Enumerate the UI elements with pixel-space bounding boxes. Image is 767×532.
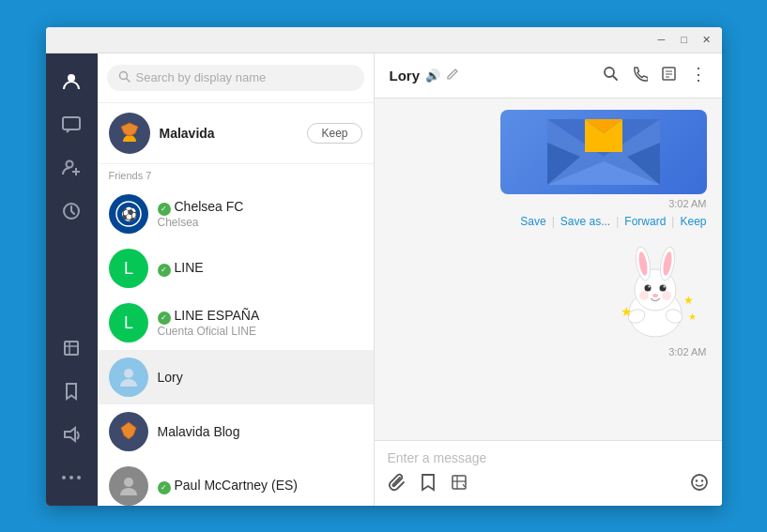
nav-more[interactable] bbox=[53, 459, 90, 496]
svg-point-12 bbox=[77, 476, 81, 479]
sticker-time: 3:02 AM bbox=[668, 346, 706, 357]
verified-badge: ✓ bbox=[158, 312, 171, 325]
list-item[interactable]: ⚽ ✓Chelsea FC Chelsea bbox=[98, 187, 374, 241]
sticker-message: ★ ★ ★ 3:02 AM bbox=[390, 243, 707, 357]
attach-icon[interactable] bbox=[388, 473, 407, 496]
chat-header: Lory 🔊 bbox=[375, 53, 722, 99]
nav-history[interactable] bbox=[53, 192, 90, 230]
svg-text:⚽: ⚽ bbox=[120, 206, 137, 222]
avatar bbox=[109, 412, 148, 451]
friends-panel: Malavida Keep Friends 7 ⚽ bbox=[98, 53, 375, 506]
avatar: L bbox=[109, 303, 148, 342]
friend-sub: Chelsea bbox=[158, 216, 362, 229]
message-time: 3:02 AM bbox=[668, 198, 706, 209]
chat-note-icon[interactable] bbox=[661, 66, 677, 85]
speaker-icon: 🔊 bbox=[425, 68, 440, 83]
svg-rect-60 bbox=[453, 476, 466, 489]
envelope-message bbox=[500, 110, 707, 194]
chat-more-icon[interactable]: ⋮ bbox=[690, 66, 707, 85]
nav-bookmark[interactable] bbox=[53, 372, 90, 410]
action-forward[interactable]: Forward bbox=[624, 215, 666, 228]
nav-crop[interactable] bbox=[53, 329, 90, 367]
featured-item: Malavida Keep bbox=[98, 103, 374, 164]
action-keep[interactable]: Keep bbox=[680, 215, 706, 228]
list-item[interactable]: Lory bbox=[98, 350, 374, 404]
friend-info: ✓Chelsea FC Chelsea bbox=[158, 199, 362, 229]
minimize-button[interactable]: ─ bbox=[654, 32, 669, 47]
maximize-button[interactable]: □ bbox=[677, 32, 692, 47]
sticker-image: ★ ★ ★ bbox=[604, 243, 707, 346]
friend-name: Lory bbox=[158, 370, 362, 385]
friend-info: ✓LINE ESPAÑA Cuenta Oficial LINE bbox=[158, 308, 362, 338]
friend-info: Malavida Blog bbox=[158, 424, 362, 439]
action-save-as[interactable]: Save as... bbox=[560, 215, 610, 228]
nav-chat[interactable] bbox=[53, 106, 90, 144]
svg-text:L: L bbox=[123, 259, 132, 278]
featured-name: Malavida bbox=[160, 126, 299, 141]
bookmark-icon[interactable] bbox=[420, 473, 437, 496]
crop-toolbar-icon[interactable] bbox=[450, 473, 468, 496]
list-item[interactable]: ✓Paul McCartney (ES) bbox=[98, 459, 374, 506]
svg-point-27 bbox=[124, 478, 133, 487]
edit-icon bbox=[446, 68, 459, 84]
avatar bbox=[109, 466, 148, 506]
verified-badge: ✓ bbox=[158, 481, 171, 494]
chat-input-row bbox=[388, 450, 709, 465]
avatar: L bbox=[109, 249, 148, 288]
chat-title: Lory 🔊 bbox=[390, 68, 595, 84]
friend-info: ✓LINE bbox=[158, 260, 362, 277]
search-input[interactable] bbox=[136, 70, 353, 84]
svg-text:★: ★ bbox=[683, 294, 694, 307]
sidebar-nav bbox=[46, 53, 98, 506]
message-actions: Save | Save as... | Forward | Keep bbox=[520, 215, 706, 228]
friend-sub: Cuenta Oficial LINE bbox=[158, 325, 362, 338]
svg-point-65 bbox=[700, 479, 702, 481]
chat-input-area bbox=[375, 440, 722, 506]
friend-info: Lory bbox=[158, 370, 362, 385]
avatar bbox=[109, 357, 148, 397]
svg-point-52 bbox=[652, 294, 658, 297]
svg-point-0 bbox=[68, 74, 75, 82]
chat-contact-name: Lory bbox=[390, 68, 421, 84]
svg-point-54 bbox=[662, 291, 671, 300]
friend-name: ✓LINE bbox=[158, 260, 362, 277]
svg-point-49 bbox=[659, 284, 666, 291]
friends-list: ⚽ ✓Chelsea FC Chelsea bbox=[98, 187, 374, 506]
app-window: ─ □ ✕ bbox=[46, 27, 722, 506]
friends-section-label: Friends 7 bbox=[98, 164, 374, 187]
close-button[interactable]: ✕ bbox=[699, 32, 714, 47]
chat-panel: Lory 🔊 bbox=[375, 53, 722, 506]
nav-add-friend[interactable] bbox=[53, 149, 90, 187]
chat-header-icons: ⋮ bbox=[603, 66, 707, 85]
action-save[interactable]: Save bbox=[520, 215, 545, 228]
featured-avatar bbox=[109, 113, 150, 154]
chat-search-icon[interactable] bbox=[603, 66, 619, 85]
svg-point-24 bbox=[124, 369, 133, 378]
friend-name: ✓Paul McCartney (ES) bbox=[158, 478, 362, 494]
main-content: Malavida Keep Friends 7 ⚽ bbox=[46, 53, 722, 506]
search-bar bbox=[98, 53, 374, 103]
list-item[interactable]: L ✓LINE ESPAÑA Cuenta Oficial LINE bbox=[98, 296, 374, 350]
friend-name: ✓LINE ESPAÑA bbox=[158, 308, 362, 325]
nav-profile[interactable] bbox=[53, 63, 90, 100]
svg-point-10 bbox=[62, 476, 66, 479]
friend-name: ✓Chelsea FC bbox=[158, 199, 362, 216]
chat-call-icon[interactable] bbox=[632, 66, 648, 85]
svg-rect-1 bbox=[63, 117, 80, 129]
svg-text:★: ★ bbox=[621, 304, 633, 319]
svg-point-48 bbox=[644, 284, 651, 291]
keep-button[interactable]: Keep bbox=[307, 123, 361, 144]
chat-toolbar bbox=[388, 465, 709, 496]
svg-marker-9 bbox=[65, 428, 75, 441]
friend-info: ✓Paul McCartney (ES) bbox=[158, 478, 362, 494]
svg-text:★: ★ bbox=[688, 312, 697, 322]
svg-line-29 bbox=[613, 76, 617, 80]
nav-speaker[interactable] bbox=[53, 416, 90, 453]
verified-badge: ✓ bbox=[158, 203, 171, 216]
svg-point-63 bbox=[692, 475, 707, 490]
list-item[interactable]: Malavida Blog bbox=[98, 404, 374, 459]
message-input[interactable] bbox=[388, 450, 709, 465]
friend-name: Malavida Blog bbox=[158, 424, 362, 439]
list-item[interactable]: L ✓LINE bbox=[98, 241, 374, 296]
emoji-icon[interactable] bbox=[690, 473, 709, 496]
